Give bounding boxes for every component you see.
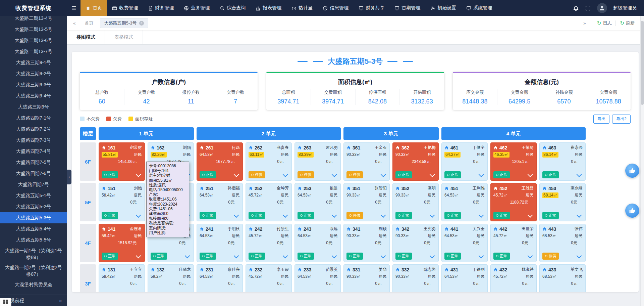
- sidebar-item[interactable]: 大盛路四期7-4号: [0, 146, 67, 157]
- room-card[interactable]: 132庄晓龙59.2㎡居民0元正常: [148, 264, 194, 292]
- sidebar-item[interactable]: 大盛路四期7-5号: [0, 157, 67, 168]
- nav-fee[interactable]: 收费管理: [107, 0, 143, 16]
- log-button[interactable]: ↻ 日志: [597, 20, 612, 26]
- sidebar-item[interactable]: 大澡堡村民委员会: [0, 279, 67, 290]
- sidebar-item[interactable]: 大盛路四期7-2号: [0, 124, 67, 135]
- close-icon[interactable]: ×: [139, 21, 144, 26]
- user-name[interactable]: 超级管理员: [613, 5, 637, 11]
- export-button-2[interactable]: 导出2: [612, 115, 631, 124]
- room-card[interactable]: 451王利维64.53㎡居民0元正常: [441, 183, 488, 221]
- nav-heat[interactable]: 热计量: [286, 0, 318, 16]
- view-tab-floor-map[interactable]: 楼图模式: [67, 30, 105, 44]
- nav-report[interactable]: 报表管理: [251, 0, 286, 16]
- room-card[interactable]: 232李玉霞45.72㎡居民0元正常: [246, 264, 292, 292]
- room-card[interactable]: 463崔永强86.14㎡居民0元正常: [539, 142, 586, 181]
- room-card[interactable]: 252金坤芳45.72㎡居民0元正常: [246, 183, 292, 221]
- chevron-down-icon[interactable]: [381, 253, 386, 258]
- chevron-down-icon[interactable]: [430, 253, 435, 258]
- nav-init[interactable]: 初始设置: [425, 0, 461, 16]
- chevron-down-icon[interactable]: [479, 172, 484, 177]
- sidebar-item[interactable]: 大盛路五期5-4号: [0, 223, 67, 234]
- nav-period[interactable]: 首期管理: [389, 0, 425, 16]
- sidebar-item[interactable]: 大盛路二期13-7号: [0, 46, 67, 57]
- chevron-down-icon[interactable]: [185, 253, 190, 258]
- chevron-down-icon[interactable]: [283, 172, 288, 177]
- sidebar-item[interactable]: 大盛路五期5-2号: [0, 201, 67, 212]
- room-card[interactable]: 442田世荣45.72㎡居民0元正常: [490, 224, 537, 262]
- sidebar-item[interactable]: 大盛路四期7-3号: [0, 135, 67, 146]
- room-card[interactable]: 141金连君58.42㎡居民1518.92元正常: [99, 224, 145, 262]
- chevron-down-icon[interactable]: [332, 212, 337, 218]
- chevron-down-icon[interactable]: [283, 212, 288, 218]
- chevron-down-icon[interactable]: [430, 172, 435, 177]
- room-card[interactable]: 431丁铁刚64.53㎡居民0元正常: [441, 264, 488, 292]
- nav-query[interactable]: 综合查询: [215, 0, 251, 16]
- float-button-2[interactable]: [625, 204, 639, 218]
- room-card[interactable]: 443张伟68.53㎡居民0元停供: [539, 224, 586, 262]
- refresh-button[interactable]: ↻ 刷新: [620, 20, 635, 26]
- sidebar-item[interactable]: 大盛路三期9-1号: [0, 57, 67, 68]
- room-card[interactable]: 462王荣琦46.35㎡居民1205.1元正常: [490, 142, 537, 181]
- chevron-down-icon[interactable]: [577, 212, 582, 218]
- chevron-down-icon[interactable]: [332, 172, 337, 177]
- room-card[interactable]: 362王艳梅90.33㎡居民2348.58元正常: [392, 142, 439, 181]
- chevron-down-icon[interactable]: [234, 212, 239, 218]
- chevron-down-icon[interactable]: [136, 212, 141, 218]
- export-button[interactable]: 导出: [593, 115, 609, 124]
- room-card[interactable]: 332陈志岩90.33㎡居民0元正常: [392, 264, 439, 292]
- sidebar-item[interactable]: 大盛路三期9-2号: [0, 68, 67, 79]
- sidebar-item[interactable]: 大盛路二期13-6号: [0, 35, 67, 46]
- chevron-down-icon[interactable]: [283, 253, 288, 258]
- menu-toggle-icon[interactable]: ☰: [67, 5, 80, 11]
- tab-building[interactable]: 大盛路五期5-3号×: [100, 18, 148, 28]
- room-card[interactable]: 242付景生45.72㎡居民0元正常: [246, 224, 292, 262]
- avatar[interactable]: [597, 3, 607, 13]
- room-card[interactable]: 261何磊64.53㎡居民1677.78元正常: [197, 142, 243, 181]
- float-button-1[interactable]: [625, 164, 639, 178]
- chevron-down-icon[interactable]: [528, 172, 533, 177]
- room-card[interactable]: 262张贵春63.11㎡居民0元停供: [246, 142, 292, 181]
- chevron-down-icon[interactable]: [136, 253, 141, 258]
- nav-share[interactable]: 财务共享: [354, 0, 389, 16]
- collapse-sidebar-icon[interactable]: «: [59, 298, 62, 303]
- room-card[interactable]: 151刘艳58.42㎡居民0元正常: [99, 183, 145, 221]
- sidebar-item[interactable]: 大盛路三期9-4号: [0, 90, 67, 101]
- chevron-down-icon[interactable]: [528, 253, 533, 258]
- sidebar-item[interactable]: 大盛路一期1号（荣利达1号楼89）: [0, 246, 67, 262]
- fullscreen-icon[interactable]: [585, 5, 591, 11]
- chevron-down-icon[interactable]: [332, 253, 337, 258]
- tabs-scroll-right-icon[interactable]: »: [581, 20, 589, 26]
- room-card[interactable]: 341刘硕90.33㎡居民0元正常: [343, 224, 390, 262]
- room-card[interactable]: 433单文飞68.53㎡居民0元停供: [539, 264, 586, 292]
- room-card[interactable]: 253银皓64.53㎡居民0元正常: [294, 183, 341, 221]
- bell-icon[interactable]: [573, 5, 579, 11]
- room-card[interactable]: 251孙启福64.53㎡居民0元正常: [197, 183, 243, 221]
- chevron-down-icon[interactable]: [430, 212, 435, 218]
- room-card[interactable]: 342王宪勇90.33㎡居民0元正常: [392, 224, 439, 262]
- sidebar-item[interactable]: 大盛路二期13-4号: [0, 16, 67, 24]
- chevron-down-icon[interactable]: [381, 172, 386, 177]
- sidebar-item[interactable]: 大盛路四期7-1号: [0, 113, 67, 124]
- chevron-down-icon[interactable]: [234, 172, 239, 177]
- scrollbar-thumb[interactable]: [641, 21, 644, 105]
- room-card[interactable]: 243袁远64.53㎡居民0元正常: [294, 224, 341, 262]
- nav-business[interactable]: 业务管理: [179, 0, 215, 16]
- sidebar-item[interactable]: 大盛路五期5-5号: [0, 234, 67, 246]
- chevron-down-icon[interactable]: [577, 172, 582, 177]
- sidebar-item[interactable]: 大盛路五期5-3号: [0, 212, 67, 223]
- chevron-down-icon[interactable]: [479, 253, 484, 258]
- room-card[interactable]: 241于明秋64.53㎡居民0元正常: [197, 224, 243, 262]
- room-card[interactable]: 131王立立58.42㎡居民0元正常: [99, 264, 145, 292]
- sidebar-item[interactable]: 大盛路四期7号: [0, 179, 67, 190]
- room-card[interactable]: 432魏淑芹45.72㎡居民0元正常: [490, 264, 537, 292]
- room-card[interactable]: 231康佳兴64.53㎡居民0元正常: [197, 264, 243, 292]
- chevron-down-icon[interactable]: [479, 212, 484, 218]
- sidebar-item[interactable]: 大盛路三期9-3号: [0, 79, 67, 90]
- room-card[interactable]: 331姜华90.33㎡居民0元停供: [343, 264, 390, 292]
- room-card[interactable]: 453高永峰68.14㎡居民0元正常: [539, 183, 586, 221]
- sidebar-item[interactable]: 大盛路四期7-6号: [0, 168, 67, 179]
- room-card[interactable]: 351张智阳90.33㎡居民0元停供: [343, 183, 390, 221]
- chevron-down-icon[interactable]: [136, 172, 141, 177]
- chevron-down-icon[interactable]: [528, 212, 533, 218]
- sidebar-item[interactable]: 大盛路一期2号（荣利达2号楼87）: [0, 262, 67, 279]
